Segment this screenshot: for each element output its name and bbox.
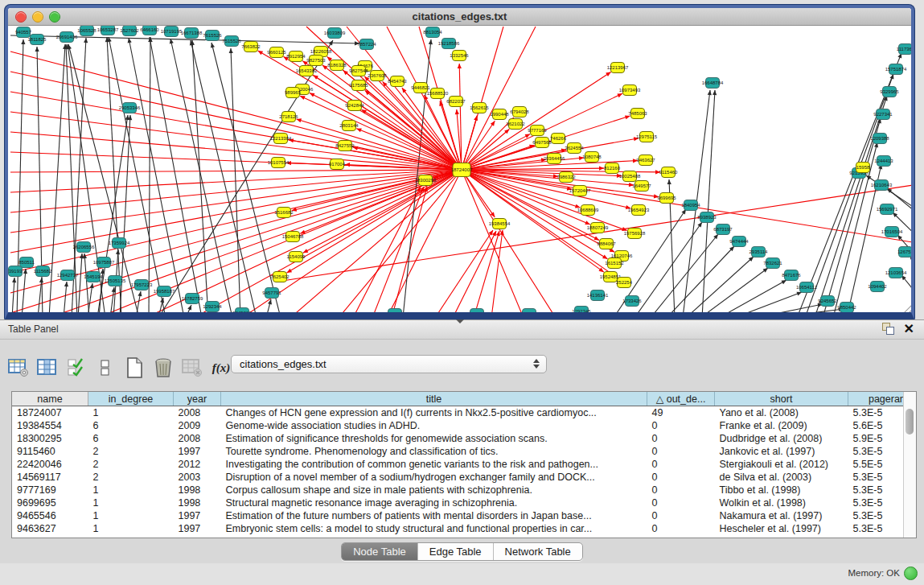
cell-year[interactable]: 1997: [174, 509, 221, 522]
cell-out_degree[interactable]: 0: [647, 432, 715, 445]
network-graph-canvas[interactable]: 1872400794055718118252069140610655281065…: [8, 26, 911, 312]
table-vertical-scrollbar[interactable]: [903, 392, 916, 538]
cell-name[interactable]: 9463627: [12, 522, 88, 535]
splitter-grip-icon[interactable]: [456, 319, 464, 323]
cell-out_degree[interactable]: 0: [647, 445, 715, 458]
table-row[interactable]: 969969511998Structural magnetic resonanc…: [12, 496, 917, 509]
cell-name[interactable]: 14569117: [12, 471, 88, 484]
graph-node-label: 18226058: [310, 49, 332, 54]
cell-short[interactable]: Hescheler et al. (1997): [715, 522, 848, 535]
select-columns-button[interactable]: [35, 356, 60, 380]
cell-title[interactable]: Tourette syndrome. Phenomenology and cla…: [221, 445, 647, 458]
cell-name[interactable]: 9777169: [12, 484, 88, 496]
cell-name[interactable]: 9115460: [12, 445, 88, 458]
table-row[interactable]: 1938455462009Genome-wide association stu…: [12, 419, 917, 432]
float-panel-icon[interactable]: [882, 323, 894, 335]
cell-short[interactable]: de Silva et al. (2003): [715, 471, 848, 484]
graph-edge-arrowhead: [313, 75, 318, 79]
table-row[interactable]: 946554611997Estimation of the future num…: [12, 509, 917, 522]
cell-out_degree[interactable]: 49: [647, 406, 715, 420]
cell-title[interactable]: Changes of HCN gene expression and I(f) …: [221, 406, 647, 420]
table-row[interactable]: 2242004622012Investigating the contribut…: [12, 458, 917, 471]
column-header-year[interactable]: year: [174, 392, 221, 406]
table-settings-button[interactable]: [6, 356, 31, 380]
cell-out_degree[interactable]: 0: [647, 458, 715, 471]
cell-title[interactable]: Disruption of a novel member of a sodium…: [221, 471, 647, 484]
cell-out_degree[interactable]: 0: [647, 509, 715, 522]
delete-rows-button[interactable]: [151, 356, 175, 380]
cell-title[interactable]: Estimation of significance thresholds fo…: [221, 432, 647, 445]
graph-edge-arrowhead: [491, 121, 495, 126]
cell-year[interactable]: 1997: [174, 445, 221, 458]
column-header-short[interactable]: short: [715, 392, 848, 406]
cell-in_degree[interactable]: 1: [88, 522, 174, 535]
cell-out_degree[interactable]: 0: [647, 471, 715, 484]
column-filter-button[interactable]: [64, 356, 88, 380]
cell-in_degree[interactable]: 2: [88, 458, 174, 471]
cell-in_degree[interactable]: 1: [88, 406, 174, 420]
table-row[interactable]: 1830029562008Estimation of significance …: [12, 432, 917, 445]
cell-in_degree[interactable]: 6: [88, 432, 174, 445]
cell-in_degree[interactable]: 1: [88, 496, 174, 509]
new-file-button[interactable]: [122, 356, 146, 380]
cell-out_degree[interactable]: 0: [647, 484, 715, 496]
cell-in_degree[interactable]: 1: [88, 484, 174, 496]
cell-year[interactable]: 1998: [174, 496, 221, 509]
cell-short[interactable]: Franke et al. (2009): [715, 419, 848, 432]
cell-name[interactable]: 9465546: [12, 509, 88, 522]
cell-out_degree[interactable]: 0: [647, 419, 715, 432]
cell-in_degree[interactable]: 6: [88, 419, 174, 432]
column-header-name[interactable]: name: [12, 392, 88, 406]
function-builder-button[interactable]: f(x): [209, 356, 233, 380]
tab-edge-table[interactable]: Edge Table: [418, 543, 494, 560]
tab-node-table[interactable]: Node Table: [342, 543, 418, 560]
cell-in_degree[interactable]: 2: [88, 445, 174, 458]
window-titlebar[interactable]: citations_edges.txt: [8, 8, 911, 26]
cell-in_degree[interactable]: 1: [88, 509, 174, 522]
cell-year[interactable]: 2008: [174, 406, 221, 420]
table-row[interactable]: 946362711997Embryonic stem cells: a mode…: [12, 522, 917, 535]
cell-short[interactable]: Tibbo et al. (1998): [715, 484, 848, 496]
cell-name[interactable]: 19384554: [12, 419, 88, 432]
cell-name[interactable]: 18724007: [12, 406, 88, 420]
cell-short[interactable]: Wolkin et al. (1998): [715, 496, 848, 509]
cell-title[interactable]: Corpus callosum shape and size in male p…: [221, 484, 647, 496]
cell-year[interactable]: 1997: [174, 522, 221, 535]
cell-name[interactable]: 18300295: [12, 432, 88, 445]
table-row[interactable]: 1456911722003Disruption of a novel membe…: [12, 471, 917, 484]
cell-short[interactable]: Stergiakouli et al. (2012): [715, 458, 848, 471]
rows-button[interactable]: [93, 356, 117, 380]
column-header-out_degree[interactable]: △ out_de...: [647, 392, 715, 406]
cell-title[interactable]: Embryonic stem cells: a model to study s…: [221, 522, 647, 535]
cell-out_degree[interactable]: 0: [647, 522, 715, 535]
tab-network-table[interactable]: Network Table: [494, 543, 582, 560]
scrollbar-thumb[interactable]: [906, 409, 914, 435]
cell-year[interactable]: 2003: [174, 471, 221, 484]
cell-title[interactable]: Structural magnetic resonance image aver…: [221, 496, 647, 509]
table-row[interactable]: 977716911998Corpus callosum shape and si…: [12, 484, 917, 496]
cell-in_degree[interactable]: 2: [88, 471, 174, 484]
close-panel-icon[interactable]: ✕: [904, 323, 914, 335]
graph-node-label: 9660125: [267, 50, 286, 55]
cell-short[interactable]: Dudbridge et al. (2008): [715, 432, 848, 445]
cell-out_degree[interactable]: 0: [647, 496, 715, 509]
cell-year[interactable]: 2009: [174, 419, 221, 432]
table-row[interactable]: 1872400712008Changes of HCN gene express…: [12, 406, 917, 420]
cell-year[interactable]: 2008: [174, 432, 221, 445]
cell-title[interactable]: Genome-wide association studies in ADHD.: [221, 419, 647, 432]
cell-short[interactable]: Jankovic et al. (1997): [715, 445, 848, 458]
cell-name[interactable]: 22420046: [12, 458, 88, 471]
cell-short[interactable]: Yano et al. (2008): [715, 406, 848, 420]
cell-year[interactable]: 1998: [174, 484, 221, 496]
cell-name[interactable]: 9699695: [12, 496, 88, 509]
column-header-in_degree[interactable]: in_degree: [88, 392, 174, 406]
table-settings-icon: [8, 358, 29, 377]
cell-title[interactable]: Estimation of the future numbers of pati…: [221, 509, 647, 522]
table-row[interactable]: 911546021997Tourette syndrome. Phenomeno…: [12, 445, 917, 458]
table-selector-dropdown[interactable]: citations_edges.txt: [231, 355, 547, 373]
cell-title[interactable]: Investigating the contribution of common…: [221, 458, 647, 471]
column-header-title[interactable]: title: [221, 392, 647, 406]
cell-year[interactable]: 2012: [174, 458, 221, 471]
cell-short[interactable]: Nakamura et al. (1997): [715, 509, 848, 522]
graph-node-label: 17016504: [881, 229, 903, 234]
